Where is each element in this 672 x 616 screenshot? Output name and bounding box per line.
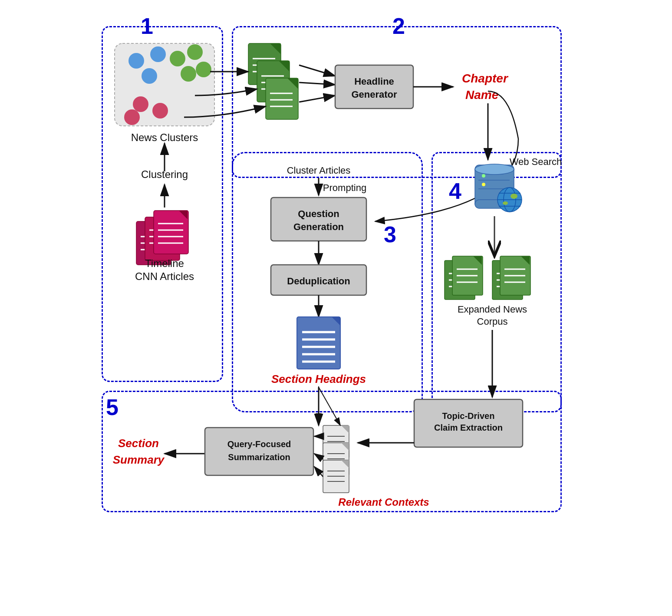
step1-box [102, 26, 223, 382]
step3-label: 3 [384, 221, 396, 247]
step2-label: 2 [392, 13, 405, 39]
step5-label: 5 [106, 394, 119, 420]
step5-box [102, 391, 562, 512]
diagram: 1 2 3 4 5 [97, 9, 575, 608]
step4-label: 4 [449, 178, 461, 204]
step1-label: 1 [141, 13, 153, 39]
step3-box [232, 152, 423, 412]
